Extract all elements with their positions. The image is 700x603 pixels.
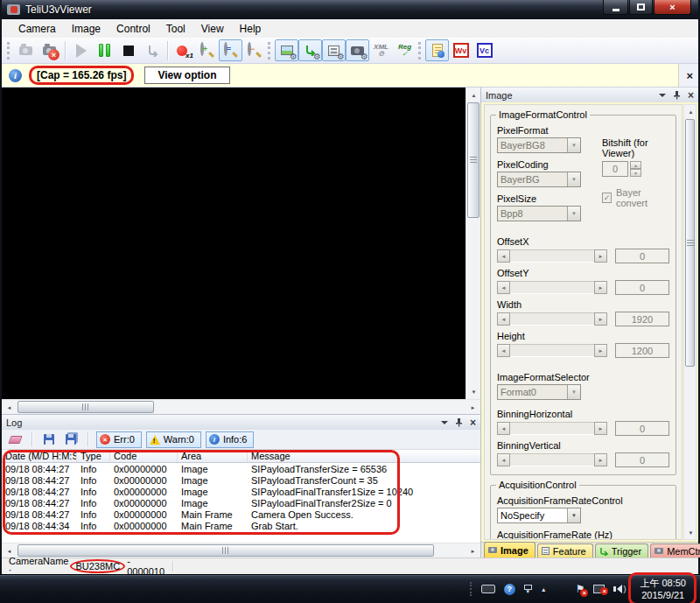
column-header-area[interactable]: Area	[178, 450, 248, 462]
taskbar-clock[interactable]: 上午 08:50 2015/9/21	[634, 576, 695, 602]
scroll-right-icon[interactable]: ►	[466, 401, 480, 414]
slider-right-icon[interactable]: ►	[594, 422, 607, 435]
bitshift-spinner[interactable]: 0 ▲▼	[602, 161, 669, 177]
pixel-size-dropdown[interactable]: Bpp8 ▼	[497, 206, 581, 221]
slider-left-icon[interactable]: ◄	[497, 422, 510, 435]
tab-feature[interactable]: Feature	[537, 543, 593, 557]
slider-right-icon[interactable]: ►	[594, 453, 607, 466]
horizontal-scroll-thumb[interactable]	[18, 544, 434, 557]
scroll-left-icon[interactable]: ◄	[3, 544, 16, 557]
zoom-fit-button[interactable]: =	[219, 39, 242, 61]
toolbar-grip[interactable]	[268, 42, 270, 60]
windows-flag-icon[interactable]	[556, 584, 567, 595]
frame-rate-control-dropdown[interactable]: NoSpecify ▼	[497, 508, 581, 523]
slider-right-icon[interactable]: ►	[594, 281, 607, 294]
log-horizontal-scrollbar[interactable]: ◄ ►	[2, 543, 480, 557]
pixel-format-dropdown[interactable]: BayerBG8 ▼	[497, 137, 581, 153]
panel-menu-icon[interactable]	[659, 94, 666, 97]
table-row[interactable]: 09/18 08:44:27 Info 0x00000000 Main Fram…	[2, 508, 480, 520]
view-option-button[interactable]: View option	[144, 67, 229, 84]
image-panel-toggle[interactable]: ⚙	[275, 39, 298, 61]
slider-left-icon[interactable]: ◄	[497, 344, 510, 357]
toolbar-grip[interactable]	[418, 42, 421, 60]
info-filter-toggle[interactable]: i Info:6	[206, 431, 255, 448]
image-vertical-scrollbar[interactable]: ▲ ▼	[466, 88, 480, 399]
error-filter-toggle[interactable]: × Err:0	[96, 431, 142, 448]
pin-icon[interactable]	[455, 417, 463, 427]
offsetx-value[interactable]: 0	[615, 249, 669, 263]
width-slider[interactable]	[510, 312, 594, 326]
memctrl-panel-toggle[interactable]: ⚙	[346, 39, 369, 61]
xml-button[interactable]: XML⚙	[369, 39, 393, 61]
table-row[interactable]: 09/18 08:44:27 Info 0x00000000 Image SIP…	[2, 497, 480, 508]
slider-left-icon[interactable]: ◄	[497, 312, 510, 326]
tab-memctrl[interactable]: MemCtrl	[650, 543, 700, 557]
scroll-right-icon[interactable]: ►	[466, 544, 480, 557]
offsetx-slider[interactable]	[510, 249, 594, 263]
scroll-down-icon[interactable]: ▼	[467, 385, 480, 398]
vertical-scroll-thumb[interactable]	[467, 102, 480, 218]
vc-button[interactable]: Vc	[472, 39, 496, 61]
log-panel-toggle[interactable]	[425, 39, 449, 61]
register-button[interactable]: Reg✓	[393, 39, 416, 61]
action-center-icon[interactable]: ⚑×	[576, 583, 585, 595]
wv-button[interactable]: Wv	[449, 39, 472, 61]
pin-icon[interactable]	[673, 90, 681, 100]
offsety-slider[interactable]	[510, 281, 594, 294]
save-all-log-button[interactable]	[62, 431, 80, 448]
binning-vertical-value[interactable]: 0	[615, 452, 669, 467]
spin-down-icon[interactable]: ▼	[630, 169, 641, 177]
panel-menu-icon[interactable]	[441, 421, 448, 424]
height-slider[interactable]	[510, 344, 594, 357]
height-value[interactable]: 1200	[615, 343, 669, 358]
column-header-code[interactable]: Code	[110, 450, 178, 462]
image-format-selector-dropdown[interactable]: Format0 ▼	[497, 384, 581, 400]
keyboard-tray-icon[interactable]	[481, 585, 495, 593]
menu-help[interactable]: Help	[232, 21, 270, 37]
scroll-up-icon[interactable]: ▲	[467, 88, 480, 102]
width-value[interactable]: 1920	[615, 312, 669, 326]
window-switch-tray-icon[interactable]: ▼	[524, 585, 532, 594]
stop-button[interactable]	[116, 39, 140, 61]
menu-control[interactable]: Control	[108, 21, 158, 37]
infobar-close-icon[interactable]: ×	[686, 69, 693, 82]
bayer-convert-checkbox[interactable]: ✓	[602, 193, 612, 203]
pause-button[interactable]	[93, 39, 116, 61]
menu-tool[interactable]: Tool	[158, 21, 193, 37]
minimize-button[interactable]	[603, 0, 628, 15]
column-header-date[interactable]: Date (M/D H:M:S)	[2, 450, 77, 462]
toolbar-grip[interactable]	[7, 42, 10, 60]
close-button[interactable]: ×	[654, 0, 691, 15]
slider-left-icon[interactable]: ◄	[497, 281, 510, 294]
panel-close-icon[interactable]: ×	[470, 418, 476, 427]
feature-panel-toggle[interactable]: ⚙	[322, 39, 346, 61]
column-header-message[interactable]: Message	[248, 450, 480, 462]
slider-right-icon[interactable]: ►	[594, 344, 607, 357]
clear-log-button[interactable]	[6, 431, 24, 448]
tray-grip[interactable]	[470, 582, 472, 596]
image-display[interactable]	[2, 88, 466, 399]
vertical-scroll-thumb[interactable]	[685, 119, 695, 367]
maximize-button[interactable]	[629, 0, 653, 15]
trigger-panel-toggle[interactable]: ⚙	[298, 39, 322, 61]
binning-horizontal-slider[interactable]	[510, 422, 594, 435]
soft-trigger-button[interactable]	[140, 39, 164, 61]
menu-image[interactable]: Image	[64, 21, 108, 37]
pixel-coding-dropdown[interactable]: BayerBG ▼	[497, 172, 581, 187]
menu-camera[interactable]: Camera	[10, 21, 64, 37]
camera-close-button[interactable]: ×	[38, 39, 61, 61]
spin-up-icon[interactable]: ▲	[630, 161, 641, 169]
record-button[interactable]: x1	[172, 39, 195, 61]
network-status-icon[interactable]: ×	[593, 585, 605, 593]
zoom-in-button[interactable]: +	[195, 39, 219, 61]
horizontal-scroll-thumb[interactable]	[18, 401, 154, 413]
column-header-type[interactable]: Type	[77, 450, 110, 462]
slider-left-icon[interactable]: ◄	[497, 453, 510, 466]
binning-vertical-slider[interactable]	[510, 453, 594, 466]
zoom-out-button[interactable]: −	[242, 39, 266, 61]
play-button[interactable]	[69, 39, 93, 61]
table-row[interactable]: 09/18 08:44:27 Info 0x00000000 Image SIP…	[2, 486, 480, 497]
warn-filter-toggle[interactable]: Warn:0	[146, 431, 201, 448]
table-row[interactable]: 09/18 08:44:27 Info 0x00000000 Image SIP…	[2, 463, 480, 474]
slider-left-icon[interactable]: ◄	[497, 249, 510, 263]
